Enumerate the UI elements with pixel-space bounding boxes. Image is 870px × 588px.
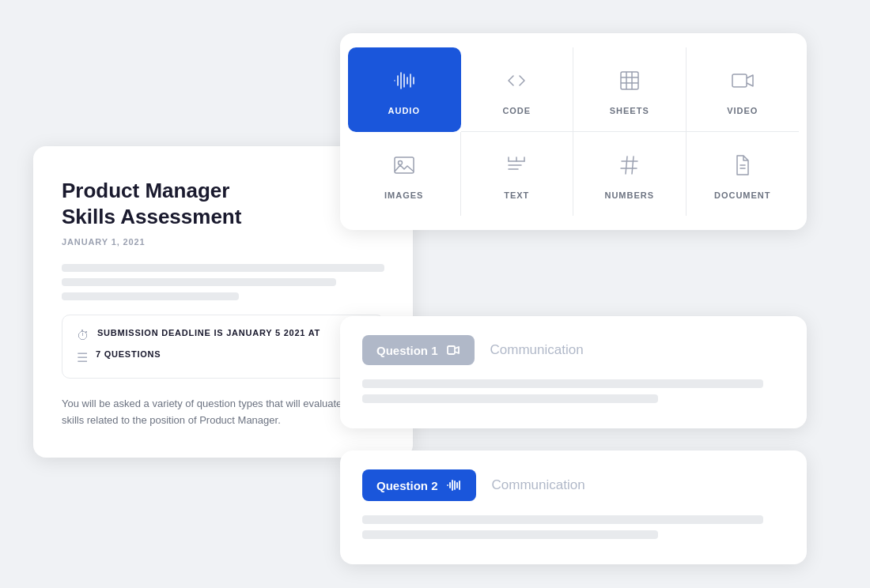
q1-skeleton-1 bbox=[362, 379, 763, 388]
question-2-audio-icon bbox=[446, 477, 462, 493]
svg-point-14 bbox=[398, 161, 402, 165]
svg-rect-7 bbox=[621, 72, 638, 89]
audio-icon bbox=[387, 63, 422, 98]
clock-icon: ⏱ bbox=[77, 329, 89, 343]
document-label: DOCUMENT bbox=[714, 190, 770, 200]
sheets-icon bbox=[612, 63, 647, 98]
list-icon: ☰ bbox=[77, 350, 88, 365]
audio-label: AUDIO bbox=[388, 106, 420, 115]
deadline-row: ⏱ SUBMISSION DEADLINE IS JANUARY 5 2021 … bbox=[77, 328, 369, 343]
q2-skeleton-1 bbox=[362, 515, 763, 524]
questions-count: 7 QUESTIONS bbox=[96, 349, 161, 359]
question-1-label: Question 1 bbox=[376, 344, 438, 357]
deadline-text: SUBMISSION DEADLINE IS JANUARY 5 2021 AT bbox=[97, 328, 320, 337]
meta-section: ⏱ SUBMISSION DEADLINE IS JANUARY 5 2021 … bbox=[62, 315, 384, 379]
code-label: CODE bbox=[502, 106, 531, 115]
skeleton-line-3 bbox=[62, 292, 239, 300]
media-item-images[interactable]: IMAGES bbox=[348, 132, 461, 216]
numbers-icon bbox=[612, 148, 647, 183]
media-item-text[interactable]: TEXT bbox=[461, 132, 574, 216]
code-icon bbox=[499, 63, 534, 98]
media-item-numbers[interactable]: NUMBERS bbox=[573, 132, 687, 216]
question-1-card: Question 1 Communication bbox=[340, 316, 807, 428]
document-icon bbox=[725, 148, 760, 183]
media-type-card: AUDIO CODE SHEE bbox=[340, 33, 807, 230]
question-2-label: Question 2 bbox=[376, 479, 438, 492]
svg-line-22 bbox=[632, 156, 634, 174]
media-item-video[interactable]: VIDEO bbox=[687, 47, 800, 132]
svg-rect-12 bbox=[732, 74, 747, 87]
skeleton-line-2 bbox=[62, 278, 336, 286]
images-label: IMAGES bbox=[384, 190, 423, 200]
q1-skeleton-2 bbox=[362, 394, 658, 403]
sheets-label: SHEETS bbox=[610, 106, 649, 115]
question-2-badge[interactable]: Question 2 bbox=[362, 469, 476, 501]
questions-row: ☰ 7 QUESTIONS bbox=[77, 349, 369, 365]
question-2-card: Question 2 Communication bbox=[340, 450, 807, 564]
media-grid: AUDIO CODE SHEE bbox=[348, 47, 799, 216]
question-1-header: Question 1 Communication bbox=[362, 335, 785, 365]
assessment-title: Product ManagerSkills Assessment bbox=[62, 178, 384, 229]
svg-rect-13 bbox=[395, 157, 414, 173]
assessment-date: January 1, 2021 bbox=[62, 237, 384, 247]
numbers-label: NUMBERS bbox=[604, 190, 654, 200]
question-1-video-icon bbox=[446, 343, 460, 357]
text-label: TEXT bbox=[504, 190, 529, 200]
skeleton-line-1 bbox=[62, 264, 384, 272]
question-1-category: Communication bbox=[490, 342, 584, 358]
svg-rect-27 bbox=[448, 346, 455, 354]
images-icon bbox=[387, 148, 422, 183]
q2-skeleton-2 bbox=[362, 530, 658, 539]
question-2-category: Communication bbox=[492, 477, 585, 493]
media-item-audio[interactable]: AUDIO bbox=[348, 47, 461, 132]
question-2-header: Question 2 Communication bbox=[362, 469, 785, 501]
question-1-badge[interactable]: Question 1 bbox=[362, 335, 475, 365]
assessment-body: You will be asked a variety of question … bbox=[62, 396, 384, 429]
video-icon bbox=[725, 63, 760, 98]
svg-line-21 bbox=[626, 156, 627, 174]
text-icon bbox=[499, 148, 534, 183]
media-item-sheets[interactable]: SHEETS bbox=[573, 47, 687, 132]
video-label: VIDEO bbox=[727, 106, 758, 115]
media-item-document[interactable]: DOCUMENT bbox=[687, 132, 800, 216]
media-item-code[interactable]: CODE bbox=[461, 47, 574, 132]
